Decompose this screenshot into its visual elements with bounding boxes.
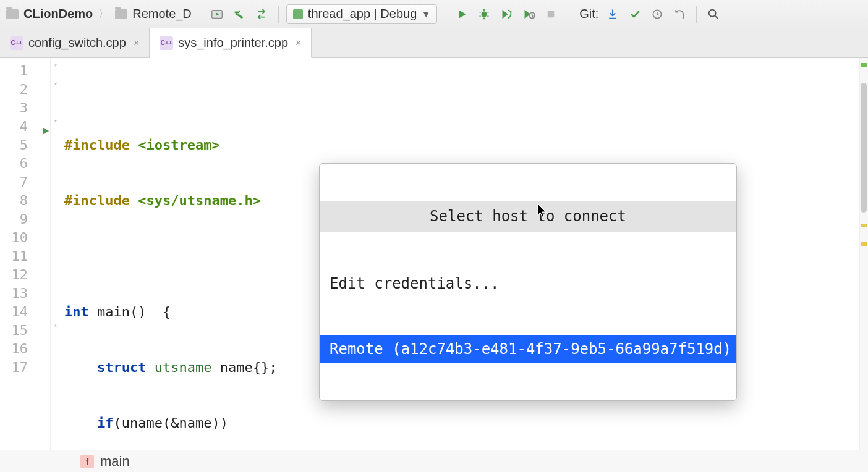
stripe-marker-warning [861,224,867,227]
svg-marker-2 [459,10,466,18]
run-coverage-icon[interactable] [497,5,516,23]
tab-sys-info-printer[interactable]: C++ sys_info_printer.cpp × [150,28,312,58]
debug-icon[interactable] [475,5,493,23]
fold-marker-icon[interactable]: ▴ [54,321,57,328]
code-area[interactable]: #include <iostream> #include <sys/utsnam… [59,58,868,450]
fold-marker-icon[interactable]: ▾ [54,62,57,69]
svg-marker-4 [503,9,508,19]
breadcrumb-module: Remote_D [132,7,192,21]
stripe-marker-ok [861,63,867,67]
search-icon[interactable] [704,5,723,23]
stripe-marker-warning [861,242,867,246]
svg-marker-10 [43,128,49,135]
run-configuration-label: thread_app | Debug [308,7,417,21]
tab-filename: config_switch.cpp [28,36,126,50]
svg-point-9 [709,9,716,16]
fold-column: ▾ ▾ ▾ ▴ [50,58,59,450]
play-icon[interactable] [453,5,471,23]
editor-tabs: C++ config_switch.cpp × C++ sys_info_pri… [0,28,868,58]
run-profile-icon[interactable] [519,5,538,23]
main-toolbar: CLionDemo 〉 Remote_D thread_app | Debug … [0,0,868,28]
run-target-icon[interactable] [208,5,226,23]
application-icon [293,9,303,19]
svg-rect-7 [548,11,555,17]
popup-title: Select host to connect [320,201,736,232]
editor-gutter: 1 2 3 4 5 6 7 8 9 10 11 12 13 14 15 16 1… [0,58,59,450]
git-revert-icon[interactable] [670,5,689,23]
git-history-icon[interactable] [648,5,666,23]
breadcrumb-separator: 〉 [98,6,110,22]
git-commit-icon[interactable] [626,5,644,23]
chevron-down-icon: ▼ [422,9,430,19]
svg-point-3 [482,11,487,17]
cpp-file-icon: C++ [10,36,23,50]
tab-filename: sys_info_printer.cpp [178,36,288,50]
fold-marker-icon[interactable]: ▾ [54,80,57,87]
folder-icon [115,9,127,19]
breadcrumb-project: CLionDemo [23,7,93,21]
folder-icon [6,9,19,19]
git-pull-icon[interactable] [603,5,622,23]
cpp-file-icon: C++ [160,36,173,50]
close-icon[interactable]: × [131,38,139,49]
git-label: Git: [576,7,600,21]
select-host-popup: Select host to connect Edit credentials.… [319,163,737,401]
scrollbar-thumb[interactable] [861,83,867,213]
fold-marker-icon[interactable]: ▾ [54,117,57,124]
stop-icon[interactable] [542,5,560,23]
build-icon[interactable] [230,5,249,23]
editor: 1 2 3 4 5 6 7 8 9 10 11 12 13 14 15 16 1… [0,58,868,450]
breadcrumb[interactable]: CLionDemo 〉 Remote_D [6,6,192,22]
popup-item-edit-credentials[interactable]: Edit credentials... [320,269,736,298]
tab-config-switch[interactable]: C++ config_switch.cpp × [0,28,150,57]
sync-arrows-icon[interactable] [252,5,271,23]
popup-item-remote-host[interactable]: Remote (a12c74b3-e481-4f37-9eb5-66a99a7f… [320,335,736,363]
close-icon[interactable]: × [293,38,301,49]
run-configuration-selector[interactable]: thread_app | Debug ▼ [286,4,437,24]
error-stripe[interactable] [859,58,868,450]
